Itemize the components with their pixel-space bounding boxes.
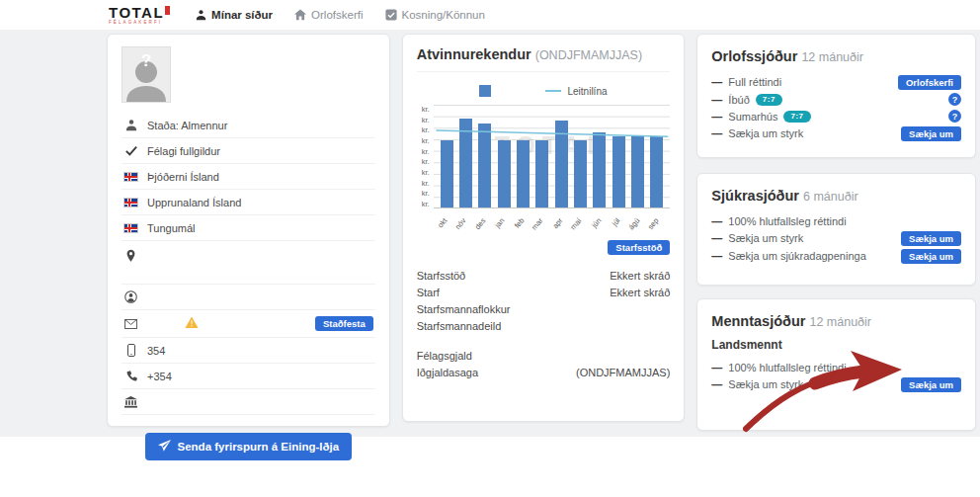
iceland-flag-icon (123, 223, 138, 233)
details-spacer (417, 334, 671, 347)
paper-plane-icon (158, 440, 171, 454)
sjukrasjodur-card: Sjúkrasjóður 6 mánuðir — 100% hlutfallsl… (696, 173, 976, 286)
chart-y-tick: kr. (422, 168, 430, 177)
dash-bullet: — (711, 232, 722, 244)
employer-card: Atvinnurekendur (ONDJFMAMJJAS) Leitnilín… (402, 34, 686, 422)
fund-item: — Full réttindi Orlofskerfi (711, 73, 961, 91)
profile-card: ? Staða: Almennur Félagi fullgildur Þjóð… (107, 34, 390, 427)
profile-row-language: Tungumál (122, 215, 375, 241)
bar-series-legend-swatch (479, 85, 491, 97)
fund-item: — 100% hlutfallsleg réttindi (711, 359, 961, 375)
dash-bullet: — (711, 250, 722, 262)
profile-row-phone: +354 (122, 364, 375, 389)
salary-bar-chart: kr.kr.kr.kr.kr.kr.kr.kr.kr.kr. TOTAL (417, 105, 671, 208)
person-icon (123, 119, 138, 131)
fund-item: — Sækja um sjúkradagpeninga Sækja um (711, 247, 961, 265)
workstation-button[interactable]: Starfsstöð (608, 240, 670, 255)
logo-red-mark (165, 6, 170, 15)
fund-title: Sjúkrasjóður 6 mánuðir (711, 188, 961, 204)
profile-row-origin: Upprunaland Ísland (122, 190, 375, 215)
avatar-question-mark: ? (122, 51, 170, 71)
chart-plot-area: TOTAL (434, 105, 671, 208)
ratio-badge: 7:7 (756, 94, 782, 106)
chart-x-tick: apr (549, 216, 570, 236)
apply-grant-button[interactable]: Sækja um (901, 231, 961, 246)
apply-education-grant-button[interactable]: Sækja um (901, 377, 961, 392)
dash-bullet: — (711, 111, 722, 123)
dash-bullet: — (711, 215, 722, 227)
detail-row: StarfsstöðEkkert skráð (417, 267, 671, 284)
apply-sick-pay-button[interactable]: Sækja um (901, 249, 961, 264)
funds-column: Orlofssjóður 12 mánuðir — Full réttindi … (696, 34, 976, 431)
bank-icon (123, 396, 138, 408)
profile-membership-label: Félagi fullgildur (147, 145, 220, 157)
chart-x-tick: okt (434, 216, 454, 236)
trendline-legend: Leitnilína (545, 86, 607, 97)
fund-title: Orlofssjóður 12 mánuðir (711, 48, 961, 64)
detail-row: Starfsmannaflokkur (417, 300, 671, 317)
employer-title-months: (ONDJFMAMJJAS) (535, 48, 642, 62)
fund-period: 6 mánuðir (803, 190, 858, 204)
dash-bullet: — (711, 94, 722, 106)
fund-subtitle: Landsmennt (711, 338, 961, 352)
chart-y-tick: kr. (422, 105, 430, 114)
person-icon (196, 9, 206, 21)
location-pin-icon (123, 249, 138, 263)
profile-row-nationality: Þjóðerni Ísland (122, 164, 375, 190)
fund-item: — 100% hlutfallsleg réttindi (711, 212, 961, 229)
profile-row-status: Staða: Almennur (122, 113, 375, 138)
profile-mobile-label: 354 (147, 345, 165, 357)
warning-icon (185, 316, 199, 331)
employment-details: StarfsstöðEkkert skráð StarfEkkert skráð… (417, 267, 671, 380)
trendline-svg (434, 105, 671, 207)
send-inquiry-button[interactable]: Senda fyrirspurn á Eining-Iðja (145, 433, 353, 460)
home-icon (294, 9, 306, 21)
avatar: ? (122, 46, 171, 103)
dash-bullet: — (711, 378, 722, 390)
chart-x-tick: des (472, 216, 493, 236)
person-circle-icon (123, 290, 138, 303)
trendline-legend-sample (545, 90, 561, 92)
fund-item: — Sækja um styrk Sækja um (711, 229, 961, 247)
detail-row: Félagsgjald (417, 347, 671, 364)
detail-row: StarfEkkert skráð (417, 284, 671, 300)
nav-minar-sidur[interactable]: Mínar síður (196, 9, 273, 21)
chart-x-tick: nóv (452, 216, 473, 236)
chart-x-tick: mar (530, 216, 550, 236)
fund-item: — Íbúð 7:7 ? (711, 91, 961, 108)
chart-x-tick: júl (608, 216, 628, 236)
employer-card-title: Atvinnurekendur (ONDJFMAMJJAS) (417, 46, 671, 72)
profile-row-bank (122, 389, 375, 415)
chart-y-tick: kr. (422, 189, 430, 198)
orlofssjodur-card: Orlofssjóður 12 mánuðir — Full réttindi … (696, 34, 976, 158)
nav-kosning-konnun[interactable]: Kosning/Könnun (385, 9, 485, 21)
top-navigation-bar: TOTAL FÉLAGAKERFI Mínar síður Orlofskerf… (0, 0, 980, 30)
mobile-phone-icon (123, 344, 138, 357)
fund-item: — Sækja um styrk Sækja um (711, 375, 961, 393)
help-icon[interactable]: ? (948, 110, 961, 123)
chart-y-tick: kr. (422, 116, 430, 124)
fund-period: 12 mánuðir (801, 50, 863, 64)
apply-grant-button[interactable]: Sækja um (901, 126, 961, 141)
profile-row-kennitala (122, 285, 375, 310)
chart-x-tick: jún (588, 216, 609, 236)
iceland-flag-icon (123, 172, 138, 182)
dash-bullet: — (711, 76, 722, 88)
main-content: ? Staða: Almennur Félagi fullgildur Þjóð… (0, 30, 980, 437)
total-logo[interactable]: TOTAL FÉLAGAKERFI (109, 5, 170, 26)
chart-x-tick: feb (511, 216, 531, 236)
nav-orlofskerfi[interactable]: Orlofskerfi (294, 9, 363, 21)
detail-row: Starfsmannadeild (417, 317, 671, 334)
chart-y-tick: kr. (422, 157, 430, 166)
check-icon (123, 145, 138, 156)
iceland-flag-icon (123, 198, 138, 207)
profile-origin-label: Upprunaland Ísland (147, 197, 241, 208)
help-icon[interactable]: ? (948, 93, 961, 106)
profile-nationality-label: Þjóðerni Ísland (147, 171, 219, 183)
orlofskerfi-button[interactable]: Orlofskerfi (898, 75, 961, 90)
dash-bullet: — (711, 127, 722, 139)
chart-y-tick: kr. (422, 147, 430, 156)
confirm-email-button[interactable]: Staðfesta (315, 316, 373, 331)
trendline-legend-label: Leitnilína (567, 86, 607, 97)
detail-row: Iðgjaldasaga(ONDJFMAMJJAS) (417, 364, 671, 380)
